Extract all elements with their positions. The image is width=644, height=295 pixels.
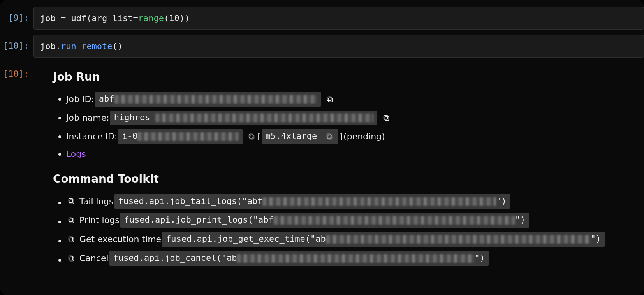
code-token: . xyxy=(56,41,61,51)
toolkit-print-label: Print logs xyxy=(79,214,120,227)
instance-id-value: i-0 xyxy=(118,129,243,144)
copy-icon[interactable] xyxy=(66,234,76,244)
code-token: range xyxy=(138,13,164,23)
svg-rect-11 xyxy=(69,218,73,222)
toolkit-tail-row: Tail logs fused.api.job_tail_logs("abf") xyxy=(66,194,641,209)
copy-icon[interactable] xyxy=(325,94,335,104)
code-token: udf xyxy=(71,13,86,23)
cell-10-code[interactable]: job.run_remote() xyxy=(33,35,644,58)
cell-10: [10]: job.run_remote() xyxy=(0,35,644,58)
code-token: = xyxy=(133,13,138,23)
copy-icon[interactable] xyxy=(66,196,76,206)
code-token: ( xyxy=(112,41,117,51)
svg-rect-7 xyxy=(327,134,331,138)
jobid-prefix: abf xyxy=(99,94,114,104)
toolkit-cancel-row: Cancel fused.api.job_cancel("ab") xyxy=(66,251,641,266)
toolkit-print-row: Print logs fused.api.job_print_logs("abf… xyxy=(66,213,641,228)
code-token: ( xyxy=(164,13,169,23)
svg-rect-13 xyxy=(69,237,73,241)
toolkit-tail-code-suffix: ") xyxy=(496,196,507,206)
jobrun-instance-row: Instance ID: i-0 [ m5.4xlarge xyxy=(66,129,641,144)
svg-rect-3 xyxy=(384,116,387,119)
toolkit-tail-label: Tail logs xyxy=(79,195,114,208)
copy-icon[interactable] xyxy=(246,132,257,142)
jobname-prefix: highres- xyxy=(114,112,155,122)
instance-status: (pending) xyxy=(343,130,385,143)
instance-label: Instance ID: xyxy=(66,130,117,143)
toolkit-exec-code-suffix: ") xyxy=(591,234,601,244)
jobrun-logs-row: Logs xyxy=(66,148,641,160)
svg-rect-15 xyxy=(69,256,73,260)
cell-9: [9]: job = udf(arg_list=range(10)) xyxy=(0,7,644,30)
toolkit-cancel-code-suffix: ") xyxy=(474,253,485,263)
jobrun-list: Job ID: abf Job name: highres- xyxy=(53,92,641,160)
toolkit-print-code-prefix: fused.api.job_print_logs("abf xyxy=(124,215,274,225)
output-body: Job Run Job ID: abf Job nam xyxy=(33,63,644,277)
code-token: arg_list xyxy=(91,13,133,23)
redacted-segment xyxy=(326,235,591,244)
toolkit-exec-label: Get execution time xyxy=(79,233,161,246)
redacted-segment xyxy=(155,114,373,122)
jobname-label: Job name: xyxy=(66,112,109,124)
copy-icon[interactable] xyxy=(66,215,76,225)
notebook-root: [9]: job = udf(arg_list=range(10)) [10]:… xyxy=(0,0,644,295)
bracket-open: [ xyxy=(257,130,261,143)
redacted-segment xyxy=(237,254,474,263)
redacted-segment xyxy=(274,216,515,225)
jobrun-heading: Job Run xyxy=(53,69,641,85)
svg-rect-1 xyxy=(327,97,331,101)
instance-id-prefix: i-0 xyxy=(122,131,137,141)
toolkit-exec-code-prefix: fused.api.job_get_exec_time("ab xyxy=(166,234,326,244)
cell-9-prompt: [9]: xyxy=(0,7,33,24)
jobname-value: highres- xyxy=(110,111,377,125)
toolkit-list: Tail logs fused.api.job_tail_logs("abf")… xyxy=(53,194,641,266)
code-token: ) xyxy=(179,13,185,23)
copy-icon[interactable] xyxy=(66,253,76,263)
cell-10-output: [10]: Job Run Job ID: abf xyxy=(0,63,644,277)
svg-rect-12 xyxy=(70,238,74,242)
toolkit-cancel-label: Cancel xyxy=(79,252,109,265)
code-token: 10 xyxy=(169,13,179,23)
jobrun-jobname-row: Job name: highres- xyxy=(66,111,641,125)
toolkit-cancel-code-prefix: fused.api.job_cancel("ab xyxy=(113,253,237,263)
svg-rect-2 xyxy=(385,117,389,121)
svg-rect-10 xyxy=(70,219,74,223)
code-token: job xyxy=(40,13,61,23)
jobid-label: Job ID: xyxy=(66,93,94,105)
svg-rect-6 xyxy=(328,135,332,139)
svg-rect-0 xyxy=(328,98,332,102)
svg-rect-5 xyxy=(249,134,253,138)
toolkit-tail-code: fused.api.job_tail_logs("abf") xyxy=(114,194,510,209)
toolkit-heading: Command Toolkit xyxy=(53,171,641,187)
toolkit-cancel-code: fused.api.job_cancel("ab") xyxy=(109,251,489,266)
redacted-segment xyxy=(262,197,496,206)
logs-link[interactable]: Logs xyxy=(66,149,86,159)
instance-type-value: m5.4xlarge xyxy=(262,129,339,144)
code-token: run_remote xyxy=(61,41,112,51)
jobid-value: abf xyxy=(95,92,321,107)
svg-rect-4 xyxy=(250,135,254,139)
copy-icon[interactable] xyxy=(381,113,391,123)
copy-icon[interactable] xyxy=(324,132,334,142)
svg-rect-14 xyxy=(70,257,74,261)
cell-10-output-prompt: [10]: xyxy=(0,63,33,80)
toolkit-exec-row: Get execution time fused.api.job_get_exe… xyxy=(66,232,641,247)
redacted-segment xyxy=(137,132,239,141)
code-token: ) xyxy=(185,13,190,23)
toolkit-exec-code: fused.api.job_get_exec_time("ab") xyxy=(162,232,605,247)
toolkit-print-code-suffix: ") xyxy=(515,215,526,225)
jobrun-jobid-row: Job ID: abf xyxy=(66,92,641,107)
cell-10-prompt: [10]: xyxy=(0,35,33,52)
toolkit-tail-code-prefix: fused.api.job_tail_logs("abf xyxy=(118,196,263,206)
code-token: ( xyxy=(86,13,91,23)
redacted-segment xyxy=(114,95,317,104)
instance-type-text: m5.4xlarge xyxy=(266,131,317,141)
svg-rect-8 xyxy=(70,200,74,204)
code-token: job xyxy=(40,41,56,51)
code-token: = xyxy=(61,13,71,23)
code-token: ) xyxy=(118,41,123,51)
bracket-close: ] xyxy=(339,130,343,143)
svg-rect-9 xyxy=(69,199,73,203)
cell-9-code[interactable]: job = udf(arg_list=range(10)) xyxy=(33,7,644,30)
toolkit-print-code: fused.api.job_print_logs("abf") xyxy=(120,213,530,228)
